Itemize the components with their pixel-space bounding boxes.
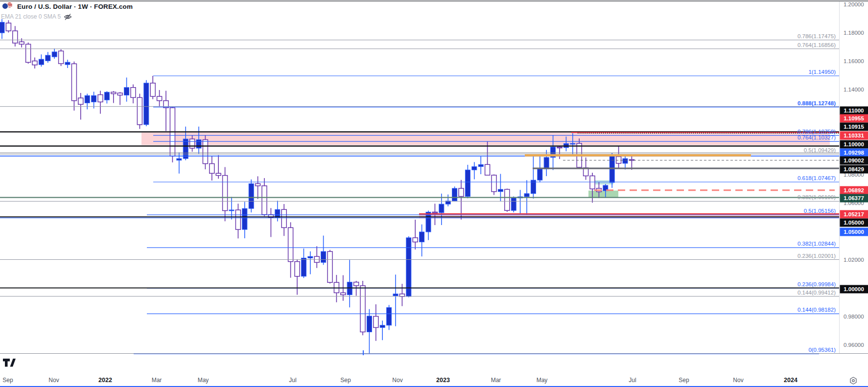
price-badge: 1.08429 — [840, 165, 868, 174]
candle — [439, 194, 444, 225]
candle — [137, 94, 142, 129]
candle — [531, 156, 536, 199]
fib-label: 1(1.14950) — [808, 69, 836, 75]
time-label-month: Nov — [733, 377, 743, 384]
candle-body — [295, 262, 300, 276]
fib-label: 0.236(0.99984) — [798, 281, 836, 287]
price-tick-label: 1.18000 — [844, 30, 864, 36]
candle-body — [505, 189, 510, 210]
candles-layer — [0, 19, 634, 354]
candle — [65, 60, 70, 68]
candle-body — [6, 23, 11, 31]
candle — [85, 94, 90, 110]
candle-body — [65, 62, 70, 65]
price-badge: 1.09002 — [840, 157, 868, 165]
candle-body — [203, 140, 208, 164]
price-scale[interactable]: 1.200001.180001.160001.140001.080001.060… — [840, 1, 868, 348]
candle-body — [92, 95, 96, 102]
candle — [164, 91, 168, 131]
indicator-label[interactable]: EMA 21 close 0 SMA 5 — [1, 13, 61, 20]
candle — [104, 91, 109, 103]
fib-label: 0.786(1.10758) — [798, 129, 836, 135]
fib-label: 0.5(1.05156) — [804, 208, 836, 214]
symbol-flag-icon — [2, 2, 14, 11]
price-badge: 1.11000 — [840, 107, 868, 115]
candle-body — [210, 164, 214, 174]
time-label-month: May — [198, 377, 209, 384]
candle — [6, 20, 11, 32]
time-axis-marker — [363, 350, 364, 355]
candle-body — [78, 98, 83, 104]
price-tick-label: 1.20000 — [844, 1, 864, 7]
candle — [26, 43, 31, 64]
candle-body — [235, 210, 240, 229]
candle — [301, 249, 306, 278]
price-tick-label: 0.98000 — [844, 314, 864, 319]
price-badge: 1.06377 — [840, 194, 868, 203]
candle-body — [242, 208, 247, 229]
price-badge-text: 1.05000 — [844, 229, 864, 235]
candle-body — [216, 173, 221, 175]
price-tick-label: 0.96000 — [844, 342, 864, 348]
candle-body — [544, 158, 549, 169]
price-badge: 1.10915 — [840, 123, 868, 131]
candle-body — [85, 95, 90, 103]
candle — [420, 225, 424, 257]
candle-body — [46, 55, 50, 61]
fib-label: 0.618(1.07467) — [798, 175, 836, 181]
candle-body — [39, 59, 44, 65]
candle — [177, 153, 182, 174]
candle — [387, 305, 392, 330]
price-badge: 1.05000 — [840, 228, 868, 236]
candle-body — [557, 147, 562, 148]
candle-body — [262, 186, 267, 215]
candle-body — [13, 31, 18, 43]
candle-body — [249, 183, 254, 208]
resistance-zone-1.10 — [141, 133, 830, 145]
candle-body — [308, 256, 313, 258]
candle-body — [570, 143, 575, 144]
candle — [505, 189, 510, 212]
candle — [538, 157, 542, 182]
tradingview-logo[interactable] — [3, 359, 16, 367]
candle — [544, 150, 549, 176]
price-badge: 1.00000 — [840, 285, 868, 294]
candle — [144, 80, 149, 126]
fib-label: 0.144(0.99412) — [798, 290, 836, 296]
time-label-year: 2023 — [436, 377, 450, 384]
fib-label: 0.382(1.02844) — [798, 241, 836, 247]
candle — [399, 284, 404, 306]
candle-body — [144, 83, 149, 125]
time-scale[interactable]: SepNov2022MarMayJulSepNov2023MarMayJulSe… — [2, 377, 798, 384]
candle — [157, 90, 162, 106]
chart-canvas[interactable]: 0.786(1.17475)0.764(1.16856)1(1.14950)0.… — [0, 0, 868, 387]
price-badge-text: 1.11000 — [844, 108, 864, 114]
eye-off-icon[interactable] — [64, 13, 72, 21]
candle-body — [111, 92, 116, 93]
candle-body — [256, 183, 260, 185]
candle — [235, 204, 240, 238]
time-label-month: Mar — [491, 377, 501, 384]
timezone-settings-icon[interactable] — [849, 377, 857, 385]
candle-body — [524, 194, 529, 197]
candle-body — [288, 228, 293, 261]
candle-body — [420, 232, 424, 242]
candle-body — [393, 294, 398, 296]
candle — [196, 127, 201, 154]
fib-label: 0(0.95361) — [808, 347, 836, 353]
fib-labels-layer: 0.786(1.17475)0.764(1.16856)1(1.14950)0.… — [798, 33, 836, 353]
fib-label: 0.236(1.02001) — [798, 253, 836, 259]
candle-body — [301, 258, 306, 276]
candle-body — [341, 293, 346, 295]
time-label-year: 2022 — [98, 377, 112, 384]
legend[interactable]: Euro / U.S. Dollar · 1W · FOREX.com EMA … — [2, 1, 133, 21]
fib-label: 0.382(1.06109) — [798, 194, 836, 200]
time-label-month: Sep — [340, 377, 351, 384]
candle — [59, 49, 64, 66]
candle — [452, 186, 457, 201]
symbol-title[interactable]: Euro / U.S. Dollar · 1W · FOREX.com — [17, 3, 133, 10]
candle-body — [223, 176, 228, 211]
candle-body — [229, 210, 234, 211]
candle — [393, 274, 398, 326]
candle-body — [478, 164, 483, 166]
